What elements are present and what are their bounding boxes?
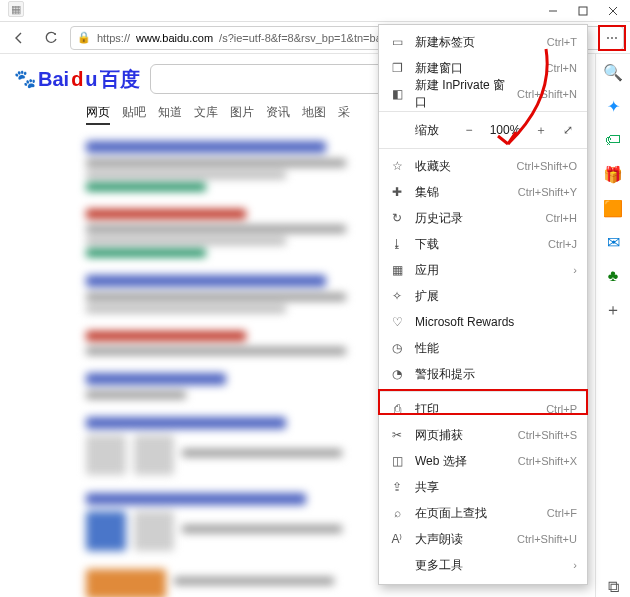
menu-web-select[interactable]: ◫ Web 选择 Ctrl+Shift+X	[379, 448, 587, 474]
back-button[interactable]	[6, 25, 32, 51]
menu-more-tools[interactable]: 更多工具 ›	[379, 552, 587, 578]
sidebar-search-icon[interactable]: 🔍	[603, 62, 623, 82]
window-icon: ❐	[389, 61, 405, 75]
menu-collections[interactable]: ✚ 集锦 Ctrl+Shift+Y	[379, 179, 587, 205]
browser-menu: ▭ 新建标签页 Ctrl+T ❐ 新建窗口 Ctrl+N ◧ 新建 InPriv…	[378, 24, 588, 585]
sidebar-outlook-icon[interactable]: ✉	[603, 232, 623, 252]
tab-zhidao[interactable]: 知道	[158, 104, 182, 125]
menu-read-aloud[interactable]: A⁾ 大声朗读 Ctrl+Shift+U	[379, 526, 587, 552]
chevron-right-icon: ›	[573, 559, 577, 571]
sidebar-add-icon[interactable]: ＋	[603, 300, 623, 320]
tab-more[interactable]: 采	[338, 104, 350, 125]
window-titlebar	[0, 0, 630, 22]
zoom-value: 100%	[487, 123, 523, 137]
tab-image[interactable]: 图片	[230, 104, 254, 125]
sidebar-discover-icon[interactable]: ✦	[603, 96, 623, 116]
menu-new-inprivate[interactable]: ◧ 新建 InPrivate 窗口 Ctrl+Shift+N	[379, 81, 587, 107]
performance-icon: ◷	[389, 341, 405, 355]
tab-map[interactable]: 地图	[302, 104, 326, 125]
rewards-icon: ♡	[389, 315, 405, 329]
sidebar-office-icon[interactable]: 🟧	[603, 198, 623, 218]
lock-icon: 🔒	[77, 31, 91, 44]
window-close-button[interactable]	[598, 1, 628, 21]
share-icon: ⇪	[389, 480, 405, 494]
star-icon: ☆	[389, 159, 405, 173]
tab-icon[interactable]: ▦	[8, 1, 24, 17]
svg-rect-1	[579, 7, 587, 15]
tab-wenku[interactable]: 文库	[194, 104, 218, 125]
print-icon: ⎙	[389, 402, 405, 416]
select-icon: ◫	[389, 454, 405, 468]
menu-favorites[interactable]: ☆ 收藏夹 Ctrl+Shift+O	[379, 153, 587, 179]
url-prefix: https://	[97, 32, 130, 44]
tab-tieba[interactable]: 贴吧	[122, 104, 146, 125]
extensions-icon: ✧	[389, 289, 405, 303]
menu-share[interactable]: ⇪ 共享	[379, 474, 587, 500]
fullscreen-button[interactable]: ⤢	[559, 123, 577, 137]
capture-icon: ✂	[389, 428, 405, 442]
settings-menu-button[interactable]: ⋯	[600, 26, 624, 50]
refresh-button[interactable]	[38, 25, 64, 51]
zoom-out-button[interactable]: −	[459, 123, 479, 137]
paw-icon: 🐾	[14, 68, 36, 90]
sidebar-shopping-icon[interactable]: 🏷	[603, 130, 623, 150]
menu-print[interactable]: ⎙ 打印 Ctrl+P	[379, 396, 587, 422]
menu-performance[interactable]: ◷ 性能	[379, 335, 587, 361]
tab-news[interactable]: 资讯	[266, 104, 290, 125]
collections-icon: ✚	[389, 185, 405, 199]
tab-web[interactable]: 网页	[86, 104, 110, 125]
bell-icon: ◔	[389, 367, 405, 381]
find-icon: ⌕	[389, 506, 405, 520]
menu-web-capture[interactable]: ✂ 网页捕获 Ctrl+Shift+S	[379, 422, 587, 448]
chevron-right-icon: ›	[573, 264, 577, 276]
history-icon: ↻	[389, 211, 405, 225]
zoom-in-button[interactable]: ＋	[531, 122, 551, 139]
apps-icon: ▦	[389, 263, 405, 277]
read-aloud-icon: A⁾	[389, 532, 405, 546]
menu-rewards[interactable]: ♡ Microsoft Rewards	[379, 309, 587, 335]
menu-extensions[interactable]: ✧ 扩展	[379, 283, 587, 309]
window-minimize-button[interactable]	[538, 1, 568, 21]
url-host: www.baidu.com	[136, 32, 213, 44]
menu-history[interactable]: ↻ 历史记录 Ctrl+H	[379, 205, 587, 231]
sidebar-settings-icon[interactable]: ⧉	[603, 577, 623, 597]
menu-apps[interactable]: ▦ 应用 ›	[379, 257, 587, 283]
edge-sidebar: 🔍 ✦ 🏷 🎁 🟧 ✉ ♣ ＋ ⧉	[595, 54, 630, 597]
menu-downloads[interactable]: ⭳ 下载 Ctrl+J	[379, 231, 587, 257]
inprivate-icon: ◧	[389, 87, 405, 101]
download-icon: ⭳	[389, 237, 405, 251]
menu-zoom: 缩放 − 100% ＋ ⤢	[379, 116, 587, 144]
baidu-logo[interactable]: 🐾 Baidu 百度	[14, 66, 140, 93]
sidebar-games-icon[interactable]: ♣	[603, 266, 623, 286]
baidu-logo-cn: 百度	[100, 66, 140, 93]
menu-alerts[interactable]: ◔ 警报和提示	[379, 361, 587, 387]
tab-icon: ▭	[389, 35, 405, 49]
window-maximize-button[interactable]	[568, 1, 598, 21]
sidebar-tools-icon[interactable]: 🎁	[603, 164, 623, 184]
menu-new-tab[interactable]: ▭ 新建标签页 Ctrl+T	[379, 29, 587, 55]
menu-find[interactable]: ⌕ 在页面上查找 Ctrl+F	[379, 500, 587, 526]
